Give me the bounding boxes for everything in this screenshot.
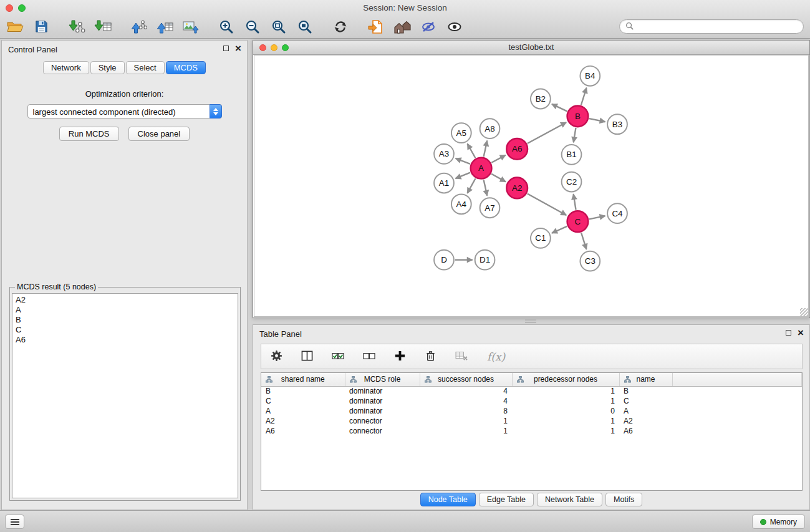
first-neighbors-button[interactable] bbox=[391, 17, 413, 38]
graph-edge-C-C2[interactable] bbox=[574, 194, 576, 210]
table-cell[interactable]: B bbox=[619, 386, 672, 396]
window-resize-grip[interactable] bbox=[800, 308, 808, 316]
task-history-button[interactable] bbox=[5, 515, 24, 529]
graph-node-A6[interactable]: A6 bbox=[506, 138, 528, 160]
add-row-button[interactable] bbox=[394, 346, 406, 367]
show-columns-button[interactable] bbox=[301, 346, 313, 367]
panel-splitter[interactable] bbox=[525, 319, 536, 323]
deselect-all-rows-button[interactable] bbox=[363, 346, 375, 367]
float-panel-icon[interactable] bbox=[223, 46, 229, 51]
network-canvas[interactable]: B4B2BB3A8A5A6A3B1AC2A1A2A4A7C4CC1DD1C3 bbox=[254, 55, 809, 317]
graph-edge-A-A2[interactable] bbox=[491, 174, 506, 182]
function-builder-button[interactable]: f(x) bbox=[487, 351, 505, 363]
table-cell[interactable]: A2 bbox=[261, 416, 345, 426]
table-cell[interactable]: 1 bbox=[512, 396, 619, 406]
node-table[interactable]: shared name MCDS role successor nodes pr… bbox=[261, 372, 803, 491]
graph-node-A4[interactable]: A4 bbox=[451, 194, 471, 214]
graph-node-B[interactable]: B bbox=[567, 105, 589, 127]
graph-edge-A2-C[interactable] bbox=[528, 194, 567, 215]
graph-edge-B-B3[interactable] bbox=[589, 118, 605, 122]
table-cell[interactable]: connector bbox=[345, 416, 420, 426]
graph-edge-A-A4[interactable] bbox=[467, 178, 475, 193]
table-row[interactable]: Adominator80A bbox=[261, 406, 802, 416]
graph-node-A5[interactable]: A5 bbox=[451, 123, 471, 143]
tab-mcds[interactable]: MCDS bbox=[166, 61, 206, 74]
graph-edge-C-C1[interactable] bbox=[552, 226, 567, 233]
tab-select[interactable]: Select bbox=[126, 61, 165, 74]
column-header-predecessor-nodes[interactable]: predecessor nodes bbox=[512, 373, 619, 386]
graph-node-A8[interactable]: A8 bbox=[480, 118, 500, 138]
graph-edge-A-A5[interactable] bbox=[468, 143, 476, 158]
table-row[interactable]: A6connector11A6 bbox=[261, 426, 802, 436]
table-cell[interactable]: dominator bbox=[345, 396, 420, 406]
table-cell[interactable]: dominator bbox=[345, 406, 420, 416]
graph-edge-B-B1[interactable] bbox=[574, 128, 576, 142]
column-header-mcds-role[interactable]: MCDS role bbox=[345, 373, 420, 386]
column-header-successor-nodes[interactable]: successor nodes bbox=[420, 373, 512, 386]
zoom-in-button[interactable] bbox=[215, 17, 238, 38]
table-cell[interactable]: connector bbox=[345, 426, 420, 436]
zoom-selected-button[interactable] bbox=[294, 17, 316, 38]
export-network-button[interactable] bbox=[127, 17, 150, 38]
column-header-shared-name[interactable]: shared name bbox=[261, 373, 345, 386]
criterion-dropdown[interactable]: largest connected component (directed) bbox=[27, 104, 222, 118]
graph-edge-C-C4[interactable] bbox=[589, 216, 605, 219]
network-window[interactable]: testGlobe.txt B4B2BB3A8A5A6A3B1AC2A1A2A4… bbox=[253, 40, 810, 318]
table-cell[interactable]: 1 bbox=[512, 386, 619, 396]
graph-node-B3[interactable]: B3 bbox=[607, 114, 627, 134]
import-table-button[interactable] bbox=[92, 17, 114, 38]
tab-style[interactable]: Style bbox=[90, 61, 125, 74]
table-row[interactable]: Cdominator41C bbox=[261, 396, 802, 406]
zoom-network-window-button[interactable] bbox=[282, 44, 289, 51]
table-row[interactable]: Bdominator41B bbox=[261, 386, 802, 396]
mcds-result-list[interactable]: A2 A B C A6 bbox=[12, 293, 238, 498]
table-cell[interactable]: 4 bbox=[420, 386, 512, 396]
graph-edge-B-B2[interactable] bbox=[552, 104, 567, 111]
run-mcds-button[interactable]: Run MCDS bbox=[59, 127, 119, 141]
import-network-database-button[interactable] bbox=[365, 17, 387, 38]
list-item[interactable]: B bbox=[16, 315, 234, 325]
graph-node-C1[interactable]: C1 bbox=[531, 228, 551, 248]
table-cell[interactable]: A bbox=[261, 406, 345, 416]
close-panel-button[interactable]: Close panel bbox=[128, 127, 190, 141]
graph-node-C4[interactable]: C4 bbox=[607, 203, 627, 223]
graph-node-B2[interactable]: B2 bbox=[531, 89, 551, 109]
table-cell[interactable]: A6 bbox=[261, 426, 345, 436]
save-session-button[interactable] bbox=[30, 17, 52, 38]
apply-layout-button[interactable] bbox=[329, 17, 352, 38]
graph-node-D[interactable]: D bbox=[434, 250, 454, 270]
tab-network[interactable]: Network bbox=[43, 61, 89, 74]
table-cell[interactable]: A bbox=[619, 406, 672, 416]
import-network-button[interactable] bbox=[65, 17, 88, 38]
table-settings-button[interactable] bbox=[271, 346, 282, 367]
search-box[interactable] bbox=[619, 19, 804, 34]
table-cell[interactable]: 4 bbox=[420, 396, 512, 406]
delete-rows-button[interactable] bbox=[425, 346, 436, 367]
graph-node-D1[interactable]: D1 bbox=[475, 250, 495, 270]
table-cell[interactable]: 0 bbox=[512, 406, 619, 416]
zoom-window-button[interactable] bbox=[18, 4, 26, 12]
zoom-out-button[interactable] bbox=[241, 17, 264, 38]
table-cell[interactable]: 1 bbox=[420, 416, 512, 426]
graph-node-A1[interactable]: A1 bbox=[434, 173, 454, 193]
memory-button[interactable]: Memory bbox=[752, 515, 805, 529]
network-canvas-svg[interactable]: B4B2BB3A8A5A6A3B1AC2A1A2A4A7C4CC1DD1C3 bbox=[254, 56, 808, 316]
list-item[interactable]: A bbox=[16, 305, 234, 315]
export-table-button[interactable] bbox=[153, 17, 176, 38]
tab-motifs[interactable]: Motifs bbox=[605, 493, 642, 506]
graph-edge-B-B4[interactable] bbox=[581, 88, 586, 105]
table-cell[interactable]: C bbox=[261, 396, 345, 406]
table-cell[interactable]: B bbox=[261, 386, 345, 396]
titlebar[interactable]: Session: New Session bbox=[0, 0, 810, 16]
table-cell[interactable]: 1 bbox=[420, 426, 512, 436]
tab-node-table[interactable]: Node Table bbox=[420, 493, 476, 506]
open-session-button[interactable] bbox=[4, 17, 26, 38]
graph-node-B1[interactable]: B1 bbox=[562, 145, 582, 165]
graph-edge-A-A1[interactable] bbox=[455, 173, 470, 178]
table-cell[interactable]: A2 bbox=[619, 416, 672, 426]
show-all-button[interactable] bbox=[443, 17, 466, 38]
table-row[interactable]: A2connector11A2 bbox=[261, 416, 802, 426]
graph-node-A2[interactable]: A2 bbox=[506, 178, 528, 199]
graph-node-A[interactable]: A bbox=[471, 158, 492, 179]
graph-edge-A-A7[interactable] bbox=[484, 180, 488, 196]
